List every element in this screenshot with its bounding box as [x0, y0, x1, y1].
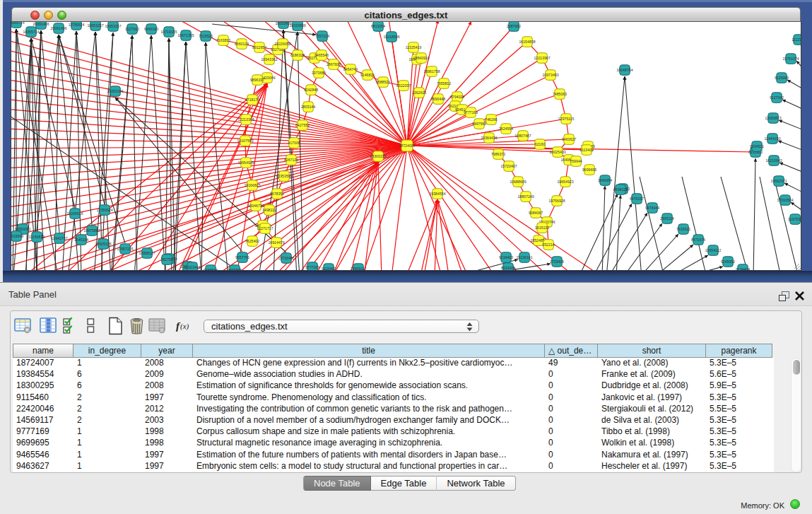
svg-text:8990448: 8990448 [431, 97, 445, 101]
svg-text:8938221: 8938221 [613, 187, 628, 192]
svg-text:9699695: 9699695 [582, 168, 596, 172]
svg-text:9465546: 9465546 [204, 268, 218, 270]
svg-text:20364436: 20364436 [481, 136, 497, 140]
svg-text:9245652: 9245652 [721, 259, 735, 264]
svg-text:10543362: 10543362 [261, 57, 277, 62]
svg-text:9777169: 9777169 [305, 265, 319, 269]
svg-text:15716485: 15716485 [278, 256, 294, 260]
svg-text:23300235: 23300235 [370, 154, 386, 158]
svg-text:14055714: 14055714 [23, 30, 39, 34]
svg-text:7163822: 7163822 [216, 38, 230, 42]
svg-text:16550061: 16550061 [14, 227, 30, 231]
svg-text:14569117: 14569117 [351, 267, 367, 270]
svg-text:417006: 417006 [288, 141, 300, 145]
svg-text:10653257: 10653257 [105, 24, 121, 28]
svg-text:9896337: 9896337 [250, 78, 264, 82]
svg-text:1362615: 1362615 [412, 90, 426, 95]
svg-text:12923446: 12923446 [184, 265, 200, 269]
svg-text:(x): (x) [180, 322, 189, 331]
svg-text:20091406: 20091406 [50, 26, 66, 30]
svg-text:19756928: 19756928 [548, 199, 565, 203]
svg-text:9657791: 9657791 [235, 255, 249, 259]
svg-text:8471676: 8471676 [691, 238, 705, 242]
svg-text:746266: 746266 [485, 117, 497, 122]
svg-text:18807249: 18807249 [517, 194, 534, 199]
svg-text:8660124: 8660124 [235, 42, 249, 46]
svg-text:9134403: 9134403 [499, 255, 513, 259]
svg-text:7357224: 7357224 [315, 34, 329, 38]
svg-text:19218506: 19218506 [383, 35, 399, 39]
svg-text:8267130: 8267130 [284, 158, 298, 162]
svg-text:8813054: 8813054 [371, 24, 385, 28]
svg-text:12093873: 12093873 [765, 116, 781, 120]
svg-text:9146821: 9146821 [360, 73, 375, 77]
svg-text:16210643: 16210643 [765, 158, 782, 163]
svg-text:17957225: 17957225 [117, 247, 133, 251]
svg-text:8912954: 8912954 [252, 45, 266, 49]
svg-text:15136141: 15136141 [516, 255, 532, 259]
svg-text:18724007: 18724007 [399, 144, 415, 148]
svg-text:9129966: 9129966 [775, 76, 789, 80]
svg-text:7625402: 7625402 [245, 239, 259, 243]
svg-text:9227342: 9227342 [770, 95, 784, 100]
svg-text:16033809: 16033809 [289, 23, 305, 28]
svg-text:3624554: 3624554 [499, 127, 513, 131]
svg-text:1640954: 1640954 [598, 178, 612, 182]
svg-text:12353594: 12353594 [276, 174, 292, 178]
svg-text:10688609: 10688609 [510, 180, 526, 184]
svg-text:759944: 759944 [570, 159, 582, 163]
svg-text:19384554: 19384554 [429, 192, 445, 196]
svg-text:12213369: 12213369 [237, 117, 254, 122]
svg-text:3373685: 3373685 [312, 71, 326, 75]
svg-text:6794028: 6794028 [450, 95, 464, 99]
svg-text:10654112: 10654112 [705, 248, 722, 252]
svg-text:782759: 782759 [160, 257, 172, 262]
svg-text:9084067: 9084067 [529, 211, 543, 215]
svg-text:15751074: 15751074 [782, 57, 799, 61]
svg-text:19166825: 19166825 [244, 183, 260, 187]
svg-text:18840910: 18840910 [413, 56, 429, 60]
svg-text:10653257: 10653257 [87, 23, 103, 28]
svg-text:9474444: 9474444 [645, 206, 659, 210]
svg-text:12213967: 12213967 [534, 56, 550, 60]
svg-text:11271717: 11271717 [257, 226, 273, 230]
svg-text:2803144: 2803144 [301, 105, 315, 109]
svg-text:1112345: 1112345 [792, 37, 801, 42]
svg-text:12505135: 12505135 [95, 242, 111, 246]
svg-text:2087682: 2087682 [507, 24, 521, 28]
svg-text:7632621: 7632621 [676, 227, 690, 231]
svg-text:8427552: 8427552 [295, 123, 310, 127]
svg-text:17016504: 17016504 [777, 198, 793, 202]
svg-text:252214: 252214 [542, 243, 554, 247]
svg-text:1498222: 1498222 [262, 208, 276, 212]
svg-text:8322037: 8322037 [396, 83, 411, 88]
svg-text:9115460: 9115460 [322, 267, 336, 270]
svg-text:10958127: 10958127 [139, 251, 155, 255]
svg-text:19654923: 19654923 [557, 180, 573, 184]
svg-text:8933426: 8933426 [501, 266, 515, 270]
svg-text:16154838: 16154838 [519, 40, 535, 44]
svg-text:3919549: 3919549 [11, 234, 23, 238]
svg-text:11325419: 11325419 [406, 45, 422, 49]
svg-text:10973493: 10973493 [542, 73, 558, 77]
svg-text:10807487: 10807487 [514, 134, 531, 138]
svg-text:1615132: 1615132 [535, 226, 549, 230]
svg-text:1167533: 1167533 [788, 217, 801, 221]
svg-text:15720407: 15720407 [500, 164, 517, 168]
svg-text:7485063: 7485063 [553, 92, 567, 96]
svg-text:8454749: 8454749 [343, 67, 358, 71]
svg-text:9465546: 9465546 [314, 53, 329, 57]
svg-text:16648764: 16648764 [616, 68, 632, 72]
svg-text:6479197: 6479197 [630, 197, 644, 201]
svg-text:1733426: 1733426 [550, 259, 564, 264]
svg-text:11755624: 11755624 [69, 23, 85, 27]
svg-text:2867608: 2867608 [326, 62, 341, 66]
svg-text:1645194: 1645194 [74, 238, 88, 242]
svg-text:12942737: 12942737 [51, 236, 67, 240]
svg-text:2718176: 2718176 [245, 98, 259, 102]
svg-text:19692971: 19692971 [770, 179, 787, 183]
svg-text:9113403: 9113403 [579, 148, 594, 152]
svg-text:62160: 62160 [535, 142, 546, 146]
svg-text:14055714: 14055714 [11, 22, 25, 25]
svg-text:17359924: 17359924 [96, 208, 112, 212]
